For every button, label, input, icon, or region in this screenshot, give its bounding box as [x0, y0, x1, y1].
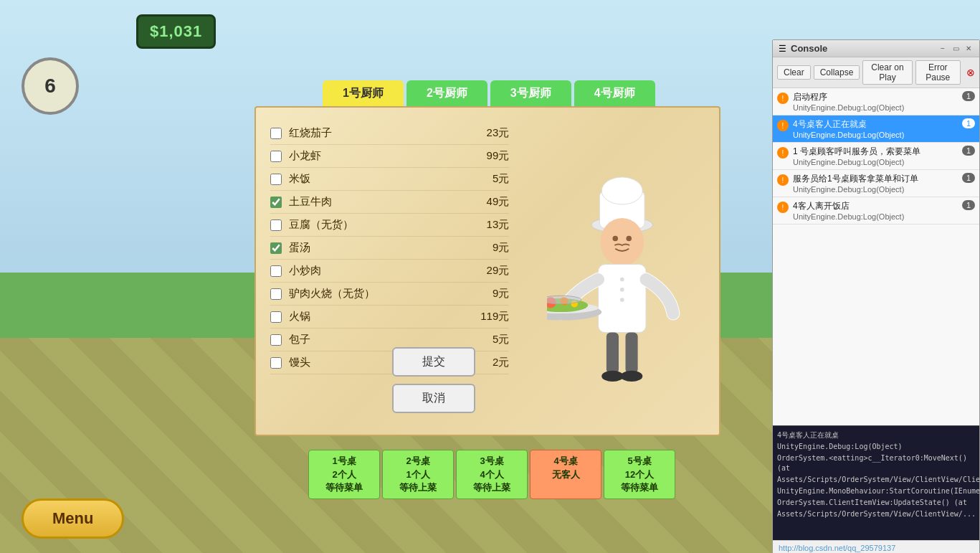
console-log-item-3[interactable]: !服务员给1号桌顾客拿菜单和订单UnityEngine.Debug:Log(Ob… [773, 170, 979, 197]
output-line-6: Assets/Scripts/OrderSystem/View/ClientVi… [777, 509, 975, 519]
menu-item-checkbox-9[interactable] [270, 334, 282, 346]
menu-item-5: 蛋汤9元 [270, 237, 509, 260]
chef-tab-1[interactable]: 1号厨师 [323, 80, 404, 107]
log-icon-3: ! [777, 174, 789, 186]
table-status-bar: 1号桌2个人等待菜单2号桌1个人等待上菜3号桌4个人等待上菜4号桌无客人5号桌1… [308, 450, 675, 499]
menu-item-price-7: 9元 [473, 287, 509, 301]
cancel-button[interactable]: 取消 [392, 384, 475, 413]
log-sub-4: UnityEngine.Debug:Log(Object) [793, 212, 958, 221]
menu-item-checkbox-3[interactable] [270, 197, 282, 208]
clock: 6 [22, 57, 79, 115]
menu-item-price-6: 29元 [473, 264, 509, 278]
svg-point-16 [547, 296, 581, 303]
log-text-0: 启动程序 [793, 91, 958, 103]
chef-tab-4[interactable]: 4号厨师 [574, 80, 655, 107]
log-sub-2: UnityEngine.Debug:Log(Object) [793, 158, 958, 166]
svg-point-4 [612, 236, 618, 242]
chef-tab-3[interactable]: 3号厨师 [490, 80, 571, 107]
chef-tab-2[interactable]: 2号厨师 [406, 80, 487, 107]
error-pause-button[interactable]: Error Pause [915, 60, 961, 85]
collapse-button[interactable]: Collapse [814, 65, 860, 80]
console-close-btn[interactable]: ✕ [964, 44, 974, 54]
submit-button[interactable]: 提交 [392, 347, 475, 377]
chef-svg [547, 136, 690, 409]
menu-item-8: 火锅119元 [270, 306, 509, 329]
chef-illustration [540, 122, 698, 423]
menu-item-price-8: 119元 [473, 310, 509, 323]
menu-item-checkbox-8[interactable] [270, 311, 282, 323]
money-value: $1,031 [150, 22, 202, 40]
console-collapse-btn[interactable]: ▭ [951, 44, 961, 54]
output-line-5: OrderSystem.ClientItemView:UpdateState()… [777, 498, 975, 508]
console-log-item-1[interactable]: !4号桌客人正在就桌UnityEngine.Debug:Log(Object)1 [773, 115, 979, 143]
log-sub-3: UnityEngine.Debug:Log(Object) [793, 185, 958, 194]
menu-item-checkbox-4[interactable] [270, 219, 282, 231]
console-log-area[interactable]: !启动程序UnityEngine.Debug:Log(Object)1!4号桌客… [773, 88, 979, 425]
log-content-0: 启动程序UnityEngine.Debug:Log(Object) [793, 91, 958, 112]
menu-item-name-5: 蛋汤 [289, 241, 473, 255]
menu-button[interactable]: Menu [22, 498, 124, 539]
console-minimize-btn[interactable]: − [938, 44, 948, 54]
console-footer: http://blog.csdn.net/qq_29579137 [773, 540, 979, 553]
console-toolbar: Clear Collapse Clear on Play Error Pause… [773, 57, 979, 88]
output-line-0: 4号桌客人正在就桌 [777, 430, 975, 440]
error-icon[interactable]: ⊗ [966, 67, 975, 78]
menu-item-3: 土豆牛肉49元 [270, 191, 509, 214]
menu-item-7: 驴肉火烧（无货）9元 [270, 283, 509, 306]
menu-item-checkbox-0[interactable] [270, 128, 282, 139]
console-panel: ☰ Console − ▭ ✕ Clear Collapse Clear on … [772, 39, 980, 553]
output-line-2: OrderSystem.<eatting>c__Iterator0:MoveNe… [777, 453, 975, 473]
menu-item-checkbox-7[interactable] [270, 288, 282, 300]
log-content-1: 4号桌客人正在就桌UnityEngine.Debug:Log(Object) [793, 118, 958, 139]
console-log-item-2[interactable]: !1 号桌顾客呼叫服务员，索要菜单UnityEngine.Debug:Log(O… [773, 143, 979, 170]
log-content-3: 服务员给1号桌顾客拿菜单和订单UnityEngine.Debug:Log(Obj… [793, 173, 958, 194]
clear-button[interactable]: Clear [777, 65, 811, 80]
menu-item-list: 红烧茄子23元小龙虾99元米饭5元土豆牛肉49元豆腐（无货）13元蛋汤9元小炒肉… [270, 122, 509, 374]
svg-point-3 [600, 218, 644, 266]
log-icon-2: ! [777, 147, 789, 159]
chef-tabs: 1号厨师 2号厨师 3号厨师 4号厨师 [323, 80, 655, 107]
menu-item-1: 小龙虾99元 [270, 145, 509, 168]
menu-item-4: 豆腐（无货）13元 [270, 214, 509, 237]
menu-item-price-10: 2元 [473, 356, 509, 369]
log-icon-4: ! [777, 202, 789, 213]
log-icon-1: ! [777, 120, 789, 131]
menu-item-checkbox-10[interactable] [270, 357, 282, 369]
menu-item-price-4: 13元 [473, 218, 509, 232]
table-status-0: 1号桌2个人等待菜单 [308, 450, 380, 499]
table-status-4: 5号桌12个人等待菜单 [604, 450, 675, 499]
menu-item-price-2: 5元 [473, 172, 509, 186]
menu-item-price-0: 23元 [473, 126, 509, 140]
console-titlebar: ☰ Console − ▭ ✕ [773, 40, 979, 57]
table-status-2: 3号桌4个人等待上菜 [456, 450, 528, 499]
log-count-0: 1 [962, 91, 975, 101]
money-display: $1,031 [136, 14, 216, 49]
console-log-item-0[interactable]: !启动程序UnityEngine.Debug:Log(Object)1 [773, 88, 979, 115]
menu-item-checkbox-1[interactable] [270, 151, 282, 162]
menu-item-checkbox-5[interactable] [270, 242, 282, 254]
menu-item-price-5: 9元 [473, 241, 509, 255]
menu-item-checkbox-6[interactable] [270, 265, 282, 277]
menu-item-price-1: 99元 [473, 149, 509, 163]
svg-point-9 [620, 298, 624, 302]
menu-item-name-9: 包子 [289, 333, 473, 346]
console-title: Console [791, 43, 827, 54]
menu-panel: 红烧茄子23元小龙虾99元米饭5元土豆牛肉49元豆腐（无货）13元蛋汤9元小炒肉… [254, 106, 720, 436]
log-sub-1: UnityEngine.Debug:Log(Object) [793, 131, 958, 139]
menu-item-name-3: 土豆牛肉 [289, 195, 473, 209]
log-text-3: 服务员给1号桌顾客拿菜单和订单 [793, 173, 958, 185]
log-icon-0: ! [777, 93, 789, 104]
svg-point-19 [601, 371, 623, 382]
log-count-1: 1 [962, 118, 975, 128]
console-titlebar-buttons: − ▭ ✕ [938, 44, 974, 54]
menu-item-price-3: 49元 [473, 195, 509, 209]
clear-on-play-button[interactable]: Clear on Play [862, 60, 912, 85]
menu-item-checkbox-2[interactable] [270, 174, 282, 185]
console-log-item-4[interactable]: !4客人离开饭店UnityEngine.Debug:Log(Object)1 [773, 197, 979, 224]
output-line-3: Assets/Scripts/OrderSystem/View/ClientVi… [777, 475, 975, 485]
console-output: 4号桌客人正在就桌UnityEngine.Debug:Log(Object)Or… [773, 425, 979, 540]
menu-item-name-4: 豆腐（无货） [289, 218, 473, 232]
svg-point-7 [620, 278, 624, 282]
menu-item-name-0: 红烧茄子 [289, 126, 473, 140]
log-text-4: 4客人离开饭店 [793, 200, 958, 212]
